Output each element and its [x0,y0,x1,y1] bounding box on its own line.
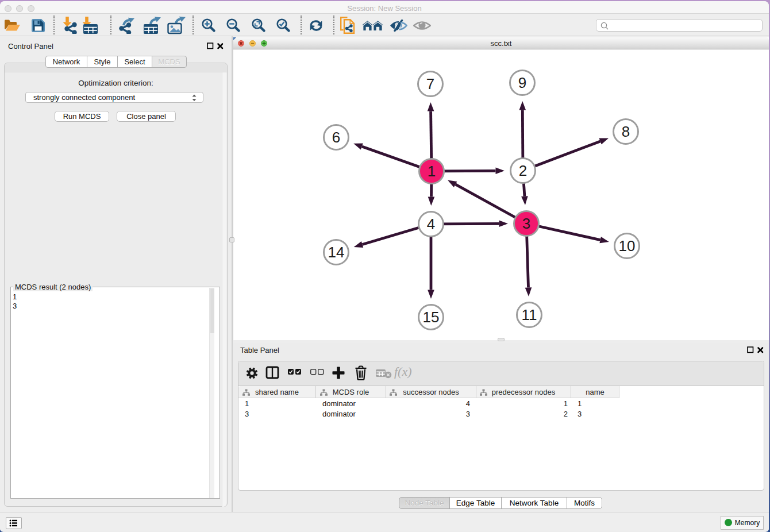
svg-text:1: 1 [428,163,436,180]
svg-text:8: 8 [622,123,630,140]
svg-text:10: 10 [619,237,636,255]
svg-text:2: 2 [519,162,527,179]
svg-text:9: 9 [518,74,526,91]
svg-text:11: 11 [522,306,537,323]
svg-text:6: 6 [332,129,340,146]
svg-text:14: 14 [328,244,345,261]
svg-text:15: 15 [423,309,440,326]
svg-text:7: 7 [426,75,434,92]
svg-text:3: 3 [522,215,530,232]
svg-text:4: 4 [427,215,435,233]
